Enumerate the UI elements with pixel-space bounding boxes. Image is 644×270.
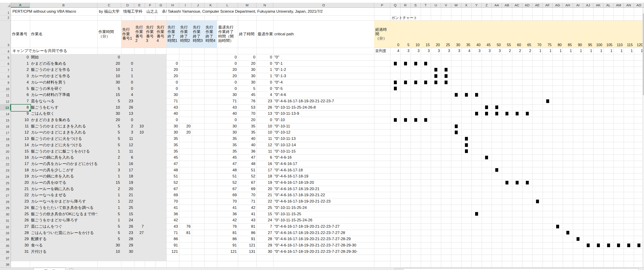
cell-pred1-7[interactable]: 1 (121, 66, 134, 73)
column-header-D[interactable]: D (121, 3, 134, 8)
row-header-8[interactable]: 8 (0, 73, 11, 79)
gantt-bar-task9-t55[interactable] (506, 112, 508, 116)
cell-pred-end1-22[interactable]: 47 (166, 161, 179, 167)
cell-latest-task-17[interactable]: 10 (256, 129, 273, 136)
header-pred-end-3[interactable]: 先行 作業 終了 時間3 (192, 20, 204, 48)
cell-task-name-17[interactable]: カレーのかまどにまきを入れる (30, 129, 97, 136)
cell-critical-path-31[interactable]: "0"-10-11-15-25-24-26 (273, 217, 374, 224)
row-header-29[interactable]: 29 (0, 204, 11, 211)
cell-pred1-23[interactable]: 17 (121, 167, 134, 173)
cell-pred-end1-23[interactable]: 48 (166, 167, 179, 173)
cell-latest-start-35[interactable]: 91 (217, 242, 238, 248)
gantt-bar-task9-t65[interactable] (526, 112, 529, 116)
header-latest-task[interactable]: 最遅作業 (256, 20, 273, 48)
cell-task-id-8[interactable]: 3 (11, 73, 30, 79)
cell-latest-task-12[interactable]: 23 (256, 98, 273, 104)
column-header-P[interactable]: P (374, 3, 390, 8)
cell-latest-task-27[interactable]: 21 (256, 192, 273, 198)
cell-pred-end1-36[interactable]: 121 (166, 248, 179, 255)
cell-latest-task-16[interactable]: 10 (256, 123, 273, 130)
cell-duration-18[interactable]: 5 (97, 136, 121, 142)
gantt-bar-task5-t0[interactable] (394, 87, 397, 90)
cell-duration-14[interactable]: 30 (97, 110, 121, 117)
cell-latest-start-30[interactable]: 36 (217, 211, 238, 217)
cell-latest-task-36[interactable]: 30 (256, 248, 273, 255)
row-header-14[interactable]: 14 (0, 110, 11, 117)
cell-duration-26[interactable]: 2 (97, 186, 121, 192)
cell-critical-path-9[interactable]: "0"-4 (273, 79, 374, 86)
gantt-bar-task30-t115[interactable] (627, 244, 630, 247)
row-header-5[interactable]: 5 (0, 54, 11, 60)
cell-pred1-18[interactable]: 11 (121, 136, 134, 142)
cell-finish-12[interactable]: 76 (238, 98, 256, 104)
cell-finish-16[interactable]: 35 (238, 123, 256, 130)
cell-task-name-30[interactable]: 飯ごうの炊き具合がOKになるまで待つ (30, 211, 97, 217)
cell-latest-task-6[interactable]: 0 (256, 60, 273, 67)
cell-task-name-34[interactable]: 配膳する (30, 236, 97, 242)
cell-duration-36[interactable]: 10 (97, 248, 121, 255)
cell-critical-path-33[interactable]: "0"-4-6-16-17-18-19-20-21-22-23-7-27-28 (273, 230, 374, 236)
cell-pred1-25[interactable]: 19 (121, 180, 134, 186)
cell-finish-35[interactable]: 121 (238, 242, 256, 248)
cell-finish-11[interactable]: 45 (238, 92, 256, 98)
cell-task-name-19[interactable]: カレーのかまどに火をつける (30, 142, 97, 148)
cell-pred1-21[interactable]: 6 (121, 154, 134, 161)
column-header-K[interactable]: K (204, 3, 217, 8)
cell-duration-12[interactable]: 5 (97, 98, 121, 104)
cell-duration-7[interactable]: 10 (97, 66, 121, 73)
cell-latest-task-31[interactable]: 24 (256, 217, 273, 224)
cell-latest-task-26[interactable]: 20 (256, 186, 273, 192)
cell-task-id-7[interactable]: 2 (11, 66, 30, 73)
gantt-bar-task3-t25[interactable] (444, 74, 448, 78)
cell-task-name-7[interactable]: 飯ごうのかまどを作る (30, 66, 97, 73)
gantt-bar-task30-t105[interactable] (607, 244, 610, 247)
row-header-21[interactable]: 21 (0, 154, 11, 161)
cell-finish-19[interactable]: 40 (238, 142, 256, 148)
cell-latest-task-11[interactable]: 4 (256, 92, 273, 98)
header-pred-id-3[interactable]: 先行 作業 番号3 (145, 20, 156, 48)
cell-latest-start-5[interactable]: 0 (217, 54, 238, 60)
cell-task-name-21[interactable]: カレーの鍋に具を入れる (30, 154, 97, 161)
cell-critical-path-24[interactable]: "0"-4-6-16-17-18-19 (273, 173, 374, 180)
cell-critical-path-29[interactable]: "0"-10-11-15-25-24 (273, 204, 374, 211)
cell-pred-end1-13[interactable]: 43 (166, 104, 179, 111)
gantt-bar-task9-t60[interactable] (516, 112, 518, 116)
cell-task-name-10[interactable]: 飯ごうの米を研ぐ (30, 86, 97, 92)
cell-task-name-27[interactable]: カレーなべをまぜる (30, 192, 97, 198)
cell-pred-end1-12[interactable]: 71 (166, 98, 179, 104)
header-task-id[interactable]: 作業番号 (11, 20, 30, 48)
row-header-33[interactable]: 33 (0, 230, 11, 236)
cell-duration-11[interactable]: 15 (97, 92, 121, 98)
cell-task-name-35[interactable]: 食べる (30, 242, 97, 248)
cell-duration-33[interactable]: 5 (97, 230, 121, 236)
cell-pred-end1-9[interactable]: 0 (166, 79, 179, 86)
gantt-bar-task9-t40[interactable] (475, 112, 478, 116)
cell-pred1-36[interactable]: 30 (121, 248, 134, 255)
cell-pred1-24[interactable]: 18 (121, 173, 134, 180)
cell-duration-30[interactable]: 5 (97, 211, 121, 217)
cell-task-id-10[interactable]: 5 (11, 86, 30, 92)
cell-critical-path-14[interactable]: "0"-10-11-13-9 (273, 110, 374, 117)
column-header-J[interactable]: J (192, 3, 204, 8)
cell-duration-20[interactable]: 1 (97, 148, 121, 154)
cell-duration-34[interactable]: 5 (97, 236, 121, 242)
cell-finish-27[interactable]: 70 (238, 192, 256, 198)
cell-task-id-11[interactable]: 6 (11, 92, 30, 98)
header-task-name[interactable]: 作業名 (30, 20, 97, 48)
cell-finish-36[interactable]: 131 (238, 248, 256, 255)
cell-pred1-27[interactable]: 21 (121, 192, 134, 198)
gantt-bar-task8-t45[interactable] (485, 106, 488, 109)
column-header-AN[interactable]: AN (624, 3, 634, 8)
cell-latest-start-33[interactable]: 81 (217, 230, 238, 236)
cell-task-id-20[interactable]: 15 (11, 148, 30, 154)
cell-pred-end1-30[interactable]: 36 (166, 211, 179, 217)
cell-latest-start-16[interactable]: 30 (217, 123, 238, 130)
column-header-L[interactable]: L (217, 3, 238, 8)
cell-pred1-15[interactable]: 0 (121, 117, 134, 123)
column-header-AF[interactable]: AF (542, 3, 553, 8)
row-header-31[interactable]: 31 (0, 217, 11, 224)
column-header-W[interactable]: W (451, 3, 461, 8)
cell-finish-34[interactable]: 91 (238, 236, 256, 242)
cell-pred-end2-33[interactable]: 81 (179, 230, 192, 236)
cell-finish-5[interactable]: 0 (238, 54, 256, 60)
